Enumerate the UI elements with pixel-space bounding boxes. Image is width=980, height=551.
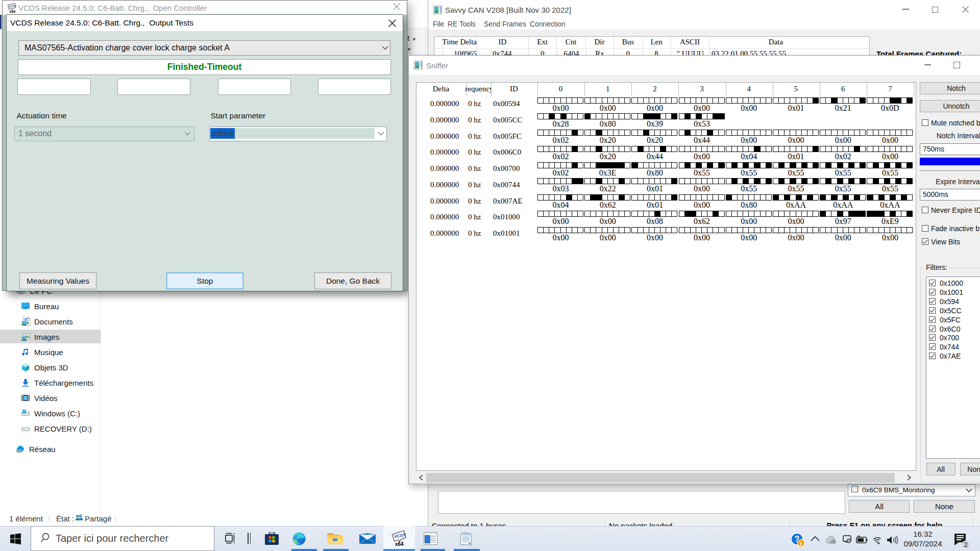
- svg-text:x64: x64: [395, 541, 404, 547]
- svg-text:2: 2: [964, 541, 968, 548]
- svg-text:x64: x64: [10, 10, 16, 13]
- svg-text:i: i: [800, 540, 802, 546]
